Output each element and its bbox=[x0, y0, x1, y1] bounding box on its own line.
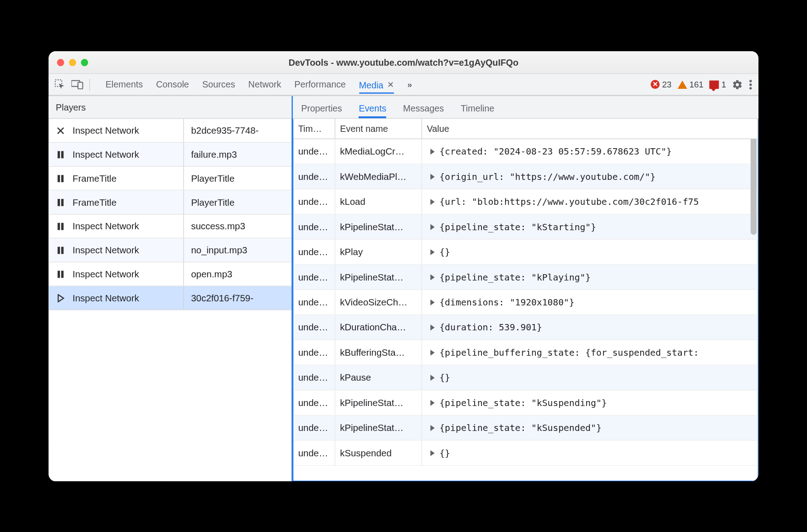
tab-performance[interactable]: Performance bbox=[294, 76, 345, 93]
more-tabs-icon[interactable]: » bbox=[407, 79, 412, 89]
event-value: {} bbox=[422, 239, 758, 264]
disclosure-triangle-icon[interactable] bbox=[430, 299, 434, 305]
tab-media-label: Media bbox=[359, 79, 384, 89]
event-value: {pipeline_state: "kStarting"} bbox=[422, 214, 758, 239]
player-row[interactable]: Inspect Network30c2f016-f759- bbox=[49, 286, 292, 310]
player-title: failure.mp3 bbox=[184, 149, 292, 160]
event-timestamp: unde… bbox=[293, 440, 335, 465]
player-frame-title: Inspect Network bbox=[73, 268, 183, 279]
disclosure-triangle-icon[interactable] bbox=[430, 198, 434, 204]
event-row[interactable]: unde…kLoad{url: "blob:https://www.youtub… bbox=[293, 189, 758, 214]
subtab-messages[interactable]: Messages bbox=[403, 103, 444, 118]
errors-badge[interactable]: ✕ 23 bbox=[651, 79, 672, 89]
player-row[interactable]: Inspect Networkb2dce935-7748- bbox=[49, 119, 292, 143]
disclosure-triangle-icon[interactable] bbox=[430, 425, 434, 430]
event-name: kPipelineStat… bbox=[335, 214, 422, 239]
player-frame-title: Inspect Network bbox=[73, 292, 183, 303]
event-name: kDurationCha… bbox=[335, 315, 422, 339]
disclosure-triangle-icon[interactable] bbox=[430, 324, 434, 330]
disclosure-triangle-icon[interactable] bbox=[430, 399, 434, 405]
disclosure-triangle-icon[interactable] bbox=[430, 274, 434, 280]
event-row[interactable]: unde…kPipelineStat…{pipeline_state: "kSt… bbox=[293, 214, 758, 239]
disclosure-triangle-icon[interactable] bbox=[430, 450, 434, 455]
event-row[interactable]: unde…kMediaLogCr…{created: "2024-08-23 0… bbox=[293, 139, 758, 164]
event-name: kBufferingSta… bbox=[335, 340, 422, 364]
event-row[interactable]: unde…kSuspended{} bbox=[293, 440, 758, 465]
close-icon[interactable]: ✕ bbox=[387, 80, 394, 89]
subtab-properties[interactable]: Properties bbox=[301, 103, 342, 118]
warning-icon bbox=[677, 80, 687, 88]
event-row[interactable]: unde…kPipelineStat…{pipeline_state: "kSu… bbox=[293, 415, 758, 440]
event-timestamp: unde… bbox=[293, 315, 335, 339]
svg-rect-6 bbox=[58, 150, 60, 158]
event-timestamp: unde… bbox=[293, 189, 335, 213]
column-header-event-name[interactable]: Event name bbox=[335, 119, 422, 139]
settings-icon[interactable] bbox=[732, 79, 743, 90]
tab-media[interactable]: Media ✕ bbox=[359, 76, 394, 93]
event-row[interactable]: unde…kPipelineStat…{pipeline_state: "kSu… bbox=[293, 390, 758, 415]
player-title: 30c2f016-f759- bbox=[184, 292, 292, 303]
svg-rect-16 bbox=[58, 270, 60, 277]
player-row[interactable]: Inspect Networkno_input.mp3 bbox=[49, 238, 292, 262]
tab-elements[interactable]: Elements bbox=[106, 76, 143, 93]
event-row[interactable]: unde…kPause{} bbox=[293, 365, 758, 390]
event-row[interactable]: unde…kPlay{} bbox=[293, 239, 758, 264]
x-icon bbox=[49, 126, 73, 135]
player-frame-title: FrameTitle bbox=[73, 173, 183, 184]
player-title: no_input.mp3 bbox=[184, 244, 292, 255]
column-header-value[interactable]: Value bbox=[422, 119, 758, 139]
event-name: kPipelineStat… bbox=[335, 265, 422, 289]
play-icon bbox=[49, 294, 73, 302]
player-title: success.mp3 bbox=[184, 221, 292, 232]
event-row[interactable]: unde…kVideoSizeCh…{dimensions: "1920x108… bbox=[293, 290, 758, 314]
event-value: {url: "blob:https://www.youtube.com/30c2… bbox=[422, 189, 758, 213]
disclosure-triangle-icon[interactable] bbox=[430, 374, 434, 380]
player-title: PlayerTitle bbox=[184, 197, 292, 208]
tab-console[interactable]: Console bbox=[156, 76, 189, 93]
svg-rect-7 bbox=[61, 150, 63, 158]
player-row[interactable]: Inspect Networkfailure.mp3 bbox=[49, 142, 292, 166]
event-value: {duration: 539.901} bbox=[422, 315, 758, 339]
window-maximize-button[interactable] bbox=[81, 58, 88, 66]
event-name: kMediaLogCr… bbox=[335, 139, 422, 164]
inspect-element-icon[interactable] bbox=[54, 79, 65, 90]
pause-icon bbox=[49, 270, 73, 278]
tab-sources[interactable]: Sources bbox=[202, 76, 235, 93]
issues-badge[interactable]: 1 bbox=[710, 79, 726, 89]
event-value: {pipeline_state: "kPlaying"} bbox=[422, 265, 758, 289]
details-pane: Properties Events Messages Timeline Tim…… bbox=[293, 96, 758, 481]
event-timestamp: unde… bbox=[293, 415, 335, 440]
player-row[interactable]: Inspect Networksuccess.mp3 bbox=[49, 214, 292, 238]
event-value: {pipeline_state: "kSuspending"} bbox=[422, 390, 758, 415]
player-row[interactable]: FrameTitlePlayerTitle bbox=[49, 166, 292, 190]
disclosure-triangle-icon[interactable] bbox=[430, 223, 434, 229]
device-toolbar-icon[interactable] bbox=[71, 79, 83, 89]
more-options-icon[interactable] bbox=[749, 79, 753, 90]
disclosure-triangle-icon[interactable] bbox=[430, 173, 434, 179]
subtab-timeline[interactable]: Timeline bbox=[461, 103, 494, 118]
event-timestamp: unde… bbox=[293, 340, 335, 364]
pause-icon bbox=[49, 222, 73, 230]
event-row[interactable]: unde…kWebMediaPl…{origin_url: "https://w… bbox=[293, 164, 758, 189]
disclosure-triangle-icon[interactable] bbox=[430, 249, 434, 255]
window-close-button[interactable] bbox=[57, 58, 64, 66]
disclosure-triangle-icon[interactable] bbox=[430, 148, 434, 154]
svg-point-4 bbox=[749, 83, 752, 85]
event-row[interactable]: unde…kDurationCha…{duration: 539.901} bbox=[293, 315, 758, 340]
window-minimize-button[interactable] bbox=[69, 58, 76, 66]
event-row[interactable]: unde…kPipelineStat…{pipeline_state: "kPl… bbox=[293, 265, 758, 290]
subtab-events[interactable]: Events bbox=[359, 103, 386, 118]
player-row[interactable]: FrameTitlePlayerTitle bbox=[49, 190, 292, 214]
warnings-badge[interactable]: 161 bbox=[677, 79, 703, 89]
player-row[interactable]: Inspect Networkopen.mp3 bbox=[49, 262, 292, 286]
main-toolbar: Elements Console Sources Network Perform… bbox=[49, 74, 758, 96]
disclosure-triangle-icon[interactable] bbox=[430, 349, 434, 355]
svg-rect-12 bbox=[58, 222, 60, 230]
player-title: PlayerTitle bbox=[184, 173, 292, 184]
tab-network[interactable]: Network bbox=[248, 76, 282, 93]
svg-rect-15 bbox=[61, 246, 63, 253]
column-header-timestamp[interactable]: Tim… bbox=[293, 119, 335, 139]
event-timestamp: unde… bbox=[293, 239, 335, 264]
event-timestamp: unde… bbox=[293, 365, 335, 389]
event-row[interactable]: unde…kBufferingSta…{pipeline_buffering_s… bbox=[293, 340, 758, 365]
